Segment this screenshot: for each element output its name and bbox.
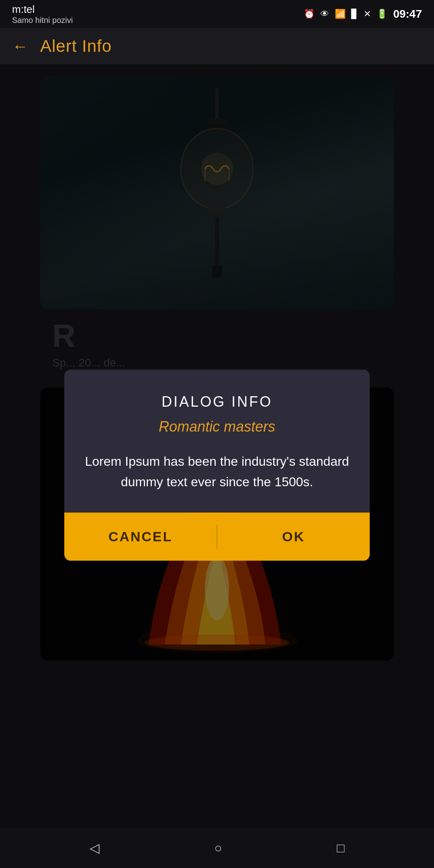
status-icons: ⏰ 👁 📶 ▊ ✕ 🔋 09:47 [304,8,422,20]
nav-back-button[interactable]: ◁ [90,840,100,856]
signal-x-icon: ✕ [364,9,371,19]
dialog-subtitle: Romantic masters [84,418,350,435]
dialog-message: Lorem Ipsum has been the industry's stan… [84,451,350,492]
wifi-icon: 📶 [335,9,346,19]
dialog-info-label: DIALOG INFO [84,393,350,410]
signal-icon: ▊ [351,9,358,19]
dialog-actions: CANCEL OK [64,513,370,561]
status-carrier-info: m:tel Samo hitni pozivi [12,3,73,25]
eye-icon: 👁 [320,9,329,19]
carrier-sub: Samo hitni pozivi [12,16,73,25]
bottom-nav: ◁ ○ □ [0,828,434,868]
battery-icon: 🔋 [377,9,387,19]
clock: 09:47 [393,8,422,20]
carrier-name: m:tel [12,3,73,16]
status-bar: m:tel Samo hitni pozivi ⏰ 👁 📶 ▊ ✕ 🔋 09:4… [0,0,434,28]
ok-button[interactable]: OK [217,513,370,561]
dialog-body: DIALOG INFO Romantic masters Lorem Ipsum… [64,369,370,512]
nav-home-button[interactable]: ○ [214,841,222,856]
header: ← Alert Info [0,28,434,64]
alarm-icon: ⏰ [304,9,315,19]
dialog: DIALOG INFO Romantic masters Lorem Ipsum… [64,369,370,561]
content-area: R Sp... 20... de... [0,64,434,828]
nav-recents-button[interactable]: □ [337,841,344,856]
back-button[interactable]: ← [12,37,28,55]
page-title: Alert Info [40,37,112,56]
cancel-button[interactable]: CANCEL [64,513,217,561]
